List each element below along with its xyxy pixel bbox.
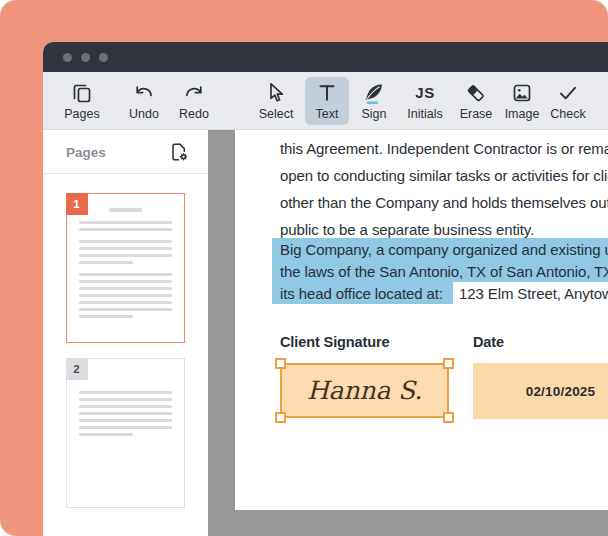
undo-icon — [132, 80, 156, 106]
thumb-line — [79, 294, 172, 297]
initials-icon: JS — [415, 80, 434, 106]
check-icon — [556, 80, 580, 106]
sign-tool-button[interactable]: Sign — [354, 77, 394, 125]
page-settings-icon[interactable] — [168, 141, 190, 163]
highlighted-text-line: the laws of the San Antonio, TX of San A… — [272, 260, 608, 282]
main-area: Pages — [43, 130, 608, 536]
thumb-line — [79, 433, 133, 436]
highlight-span: Big Company, a company organized and exi… — [272, 238, 608, 260]
document-text-line: open to conducting similar tasks or acti… — [280, 162, 608, 189]
text-tool-label: Text — [316, 107, 339, 121]
page-number-badge: 1 — [66, 193, 88, 215]
highlighted-paragraph[interactable]: Big Company, a company organized and exi… — [272, 238, 608, 304]
highlighted-text-line: its head office located at: 123 Elm Stre… — [272, 282, 608, 304]
select-tool-label: Select — [259, 107, 294, 121]
document-text-line: other than the Company and holds themsel… — [280, 189, 608, 216]
toolbar: Pages Undo Redo — [43, 72, 608, 130]
thumb-line — [79, 419, 172, 422]
thumb-line — [109, 208, 142, 212]
redo-icon — [182, 80, 206, 106]
erase-tool-label: Erase — [460, 107, 493, 121]
thumb-line — [79, 315, 133, 318]
thumb-line — [79, 240, 172, 243]
erase-tool-button[interactable]: Erase — [454, 77, 498, 125]
feather-sign-icon — [362, 80, 386, 106]
window-titlebar[interactable] — [43, 42, 608, 72]
resize-handle-bottom-left[interactable] — [275, 412, 286, 423]
thumb-paragraph — [79, 391, 172, 436]
thumb-line — [79, 308, 172, 311]
pages-sidebar: Pages — [43, 130, 208, 536]
pages-button-label: Pages — [64, 107, 99, 121]
check-tool-button[interactable]: Check — [545, 77, 591, 125]
cursor-icon — [264, 80, 288, 106]
signature-field[interactable]: Hanna S. — [280, 363, 449, 418]
thumb-line — [79, 426, 172, 429]
document-page[interactable]: this Agreement. Independent Contractor i… — [235, 130, 608, 510]
document-viewer[interactable]: this Agreement. Independent Contractor i… — [208, 130, 608, 536]
redo-button-label: Redo — [179, 107, 209, 121]
document-text-line: this Agreement. Independent Contractor i… — [280, 135, 608, 162]
pages-button[interactable]: Pages — [57, 77, 107, 125]
plain-text-span: 123 Elm Street, Anytown, USA — [453, 285, 608, 302]
thumb-line — [79, 391, 172, 394]
thumb-line — [79, 287, 172, 290]
thumb-line — [79, 398, 172, 401]
thumb-line — [79, 280, 172, 283]
sign-tool-label: Sign — [361, 107, 386, 121]
eraser-icon — [464, 80, 488, 106]
resize-handle-top-left[interactable] — [275, 358, 286, 369]
editor-window: Pages Undo Redo — [43, 42, 608, 536]
initials-tool-label: Initials — [407, 107, 442, 121]
pages-icon — [70, 80, 94, 106]
thumb-line — [79, 261, 133, 264]
highlighted-text-line: Big Company, a company organized and exi… — [272, 238, 608, 260]
undo-button-label: Undo — [129, 107, 159, 121]
redo-button[interactable]: Redo — [172, 77, 216, 125]
window-dot-icon[interactable] — [63, 53, 72, 62]
client-signature-label: Client Signature — [280, 334, 390, 350]
highlight-span: its head office located at: — [272, 282, 453, 304]
page-number-badge: 2 — [66, 358, 88, 380]
date-field[interactable]: 02/10/2025 — [473, 363, 608, 419]
image-tool-button[interactable]: Image — [499, 77, 545, 125]
date-label: Date — [473, 334, 504, 350]
highlight-span: the laws of the San Antonio, TX of San A… — [272, 260, 608, 282]
thumb-line — [79, 405, 172, 408]
document-paragraph: this Agreement. Independent Contractor i… — [280, 135, 608, 243]
thumb-paragraph — [79, 273, 172, 318]
thumb-line — [79, 221, 172, 224]
date-value: 02/10/2025 — [526, 384, 596, 399]
sidebar-title: Pages — [66, 145, 106, 160]
text-tool-button[interactable]: Text — [305, 77, 349, 125]
undo-button[interactable]: Undo — [122, 77, 166, 125]
page-thumbnail-1[interactable]: 1 — [66, 193, 185, 343]
text-icon — [315, 80, 339, 106]
thumb-line — [79, 228, 172, 231]
window-dot-icon[interactable] — [81, 53, 90, 62]
signature-value: Hanna S. — [307, 376, 422, 405]
thumb-line — [79, 273, 172, 276]
window-dot-icon[interactable] — [99, 53, 108, 62]
thumb-paragraph — [79, 240, 172, 264]
thumb-line — [79, 412, 172, 415]
image-icon — [510, 80, 534, 106]
select-tool-button[interactable]: Select — [254, 77, 298, 125]
thumb-line — [79, 247, 172, 250]
initials-tool-button[interactable]: JS Initials — [399, 77, 451, 125]
sidebar-divider — [43, 173, 208, 174]
check-tool-label: Check — [550, 107, 585, 121]
thumb-paragraph — [79, 221, 172, 231]
thumb-line — [79, 301, 172, 304]
resize-handle-bottom-right[interactable] — [443, 412, 454, 423]
thumb-line — [79, 254, 172, 257]
page-thumbnail-2[interactable]: 2 — [66, 358, 185, 508]
image-tool-label: Image — [505, 107, 540, 121]
sidebar-header: Pages — [43, 130, 208, 163]
resize-handle-top-right[interactable] — [443, 358, 454, 369]
